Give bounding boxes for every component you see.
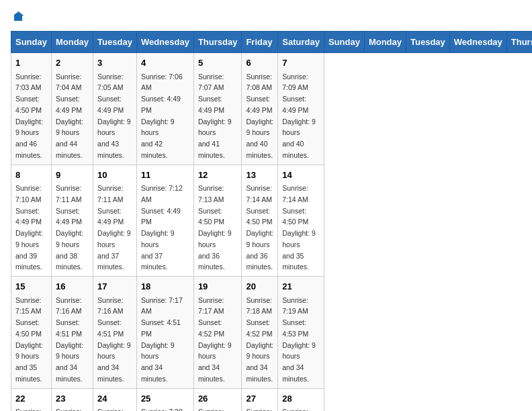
day-info: Sunrise: 7:11 AMSunset: 4:49 PMDaylight:… — [97, 184, 131, 271]
day-cell: 18Sunrise: 7:17 AMSunset: 4:51 PMDayligh… — [136, 277, 193, 389]
day-number: 25 — [141, 392, 189, 406]
day-info: Sunrise: 7:20 AMSunset: 4:54 PMDaylight:… — [97, 408, 131, 411]
day-number: 1 — [15, 56, 47, 70]
day-cell: 20Sunrise: 7:18 AMSunset: 4:52 PMDayligh… — [242, 277, 278, 389]
header-friday: Friday — [242, 32, 278, 53]
day-number: 26 — [198, 392, 238, 406]
day-info: Sunrise: 7:10 AMSunset: 4:49 PMDaylight:… — [15, 184, 43, 271]
day-number: 2 — [56, 56, 89, 70]
header-tuesday: Tuesday — [93, 32, 137, 53]
day-number: 14 — [282, 169, 320, 182]
day-info: Sunrise: 7:17 AMSunset: 4:51 PMDaylight:… — [141, 296, 183, 383]
logo — [11, 11, 24, 23]
day-cell: 22Sunrise: 7:19 AMSunset: 4:53 PMDayligh… — [11, 388, 52, 411]
day-info: Sunrise: 7:11 AMSunset: 4:49 PMDaylight:… — [56, 184, 83, 271]
week-row-2: 8Sunrise: 7:10 AMSunset: 4:49 PMDaylight… — [11, 165, 533, 277]
day-cell: 3Sunrise: 7:05 AMSunset: 4:49 PMDaylight… — [93, 53, 137, 165]
day-cell: 12Sunrise: 7:13 AMSunset: 4:50 PMDayligh… — [193, 165, 242, 277]
day-number: 23 — [56, 392, 89, 406]
day-cell: 21Sunrise: 7:19 AMSunset: 4:53 PMDayligh… — [278, 277, 324, 389]
day-cell: 14Sunrise: 7:14 AMSunset: 4:50 PMDayligh… — [278, 165, 324, 277]
day-number: 8 — [15, 169, 47, 182]
day-number: 11 — [141, 169, 189, 182]
day-cell: 11Sunrise: 7:12 AMSunset: 4:49 PMDayligh… — [136, 165, 193, 277]
day-info: Sunrise: 7:21 AMSunset: 4:55 PMDaylight:… — [198, 408, 232, 411]
day-info: Sunrise: 7:07 AMSunset: 4:49 PMDaylight:… — [198, 73, 232, 159]
day-number: 19 — [198, 280, 238, 293]
day-info: Sunrise: 7:17 AMSunset: 4:52 PMDaylight:… — [198, 296, 232, 383]
calendar-header-row: SundayMondayTuesdayWednesdayThursdayFrid… — [11, 32, 533, 53]
day-number: 13 — [246, 169, 273, 182]
day-info: Sunrise: 7:05 AMSunset: 4:49 PMDaylight:… — [97, 73, 131, 159]
day-info: Sunrise: 7:21 AMSunset: 4:56 PMDaylight:… — [246, 408, 273, 411]
day-cell: 2Sunrise: 7:04 AMSunset: 4:49 PMDaylight… — [51, 53, 93, 165]
header-thursday: Thursday — [193, 32, 242, 53]
col-header-wednesday: Wednesday — [449, 32, 506, 53]
page-header — [11, 11, 521, 23]
day-info: Sunrise: 7:12 AMSunset: 4:49 PMDaylight:… — [141, 184, 183, 271]
day-cell: 9Sunrise: 7:11 AMSunset: 4:49 PMDaylight… — [51, 165, 93, 277]
day-cell: 23Sunrise: 7:19 AMSunset: 4:54 PMDayligh… — [51, 388, 93, 411]
day-cell: 10Sunrise: 7:11 AMSunset: 4:49 PMDayligh… — [93, 165, 137, 277]
day-number: 7 — [282, 56, 320, 70]
day-number: 21 — [282, 280, 320, 293]
day-info: Sunrise: 7:14 AMSunset: 4:50 PMDaylight:… — [282, 184, 316, 271]
header-monday: Monday — [51, 32, 93, 53]
day-info: Sunrise: 7:21 AMSunset: 4:57 PMDaylight:… — [282, 408, 316, 411]
day-cell: 27Sunrise: 7:21 AMSunset: 4:56 PMDayligh… — [242, 388, 278, 411]
day-number: 27 — [246, 392, 273, 406]
col-header-monday: Monday — [364, 32, 406, 53]
header-wednesday: Wednesday — [136, 32, 193, 53]
day-info: Sunrise: 7:19 AMSunset: 4:53 PMDaylight:… — [282, 296, 316, 383]
day-info: Sunrise: 7:09 AMSunset: 4:49 PMDaylight:… — [282, 73, 316, 159]
day-number: 4 — [141, 56, 189, 70]
day-info: Sunrise: 7:14 AMSunset: 4:50 PMDaylight:… — [246, 184, 273, 271]
day-cell: 13Sunrise: 7:14 AMSunset: 4:50 PMDayligh… — [242, 165, 278, 277]
day-info: Sunrise: 7:08 AMSunset: 4:49 PMDaylight:… — [246, 73, 273, 159]
day-number: 16 — [56, 280, 89, 293]
day-info: Sunrise: 7:16 AMSunset: 4:51 PMDaylight:… — [56, 296, 83, 383]
day-info: Sunrise: 7:18 AMSunset: 4:52 PMDaylight:… — [246, 296, 273, 383]
day-cell: 19Sunrise: 7:17 AMSunset: 4:52 PMDayligh… — [193, 277, 242, 389]
col-header-sunday: Sunday — [324, 32, 364, 53]
day-info: Sunrise: 7:19 AMSunset: 4:54 PMDaylight:… — [56, 408, 83, 411]
day-cell: 28Sunrise: 7:21 AMSunset: 4:57 PMDayligh… — [278, 388, 324, 411]
day-number: 17 — [97, 280, 132, 293]
day-number: 10 — [97, 169, 132, 182]
day-number: 28 — [282, 392, 320, 406]
header-saturday: Saturday — [278, 32, 324, 53]
day-cell: 8Sunrise: 7:10 AMSunset: 4:49 PMDaylight… — [11, 165, 52, 277]
day-number: 12 — [198, 169, 238, 182]
day-number: 9 — [56, 169, 89, 182]
col-header-tuesday: Tuesday — [406, 32, 450, 53]
day-info: Sunrise: 7:03 AMSunset: 4:50 PMDaylight:… — [15, 73, 43, 159]
day-info: Sunrise: 7:04 AMSunset: 4:49 PMDaylight:… — [56, 73, 83, 159]
day-number: 5 — [198, 56, 238, 70]
day-cell: 24Sunrise: 7:20 AMSunset: 4:54 PMDayligh… — [93, 388, 137, 411]
day-info: Sunrise: 7:16 AMSunset: 4:51 PMDaylight:… — [97, 296, 131, 383]
day-number: 6 — [246, 56, 273, 70]
col-header-thursday: Thursday — [506, 32, 532, 53]
day-cell: 7Sunrise: 7:09 AMSunset: 4:49 PMDaylight… — [278, 53, 324, 165]
day-cell: 5Sunrise: 7:07 AMSunset: 4:49 PMDaylight… — [193, 53, 242, 165]
logo-icon — [12, 11, 24, 23]
day-cell: 16Sunrise: 7:16 AMSunset: 4:51 PMDayligh… — [51, 277, 93, 389]
day-number: 22 — [15, 392, 47, 406]
week-row-4: 22Sunrise: 7:19 AMSunset: 4:53 PMDayligh… — [11, 388, 533, 411]
day-cell: 4Sunrise: 7:06 AMSunset: 4:49 PMDaylight… — [136, 53, 193, 165]
week-row-1: 1Sunrise: 7:03 AMSunset: 4:50 PMDaylight… — [11, 53, 533, 165]
day-info: Sunrise: 7:06 AMSunset: 4:49 PMDaylight:… — [141, 73, 183, 159]
day-info: Sunrise: 7:13 AMSunset: 4:50 PMDaylight:… — [198, 184, 232, 271]
day-cell: 26Sunrise: 7:21 AMSunset: 4:55 PMDayligh… — [193, 388, 242, 411]
day-info: Sunrise: 7:15 AMSunset: 4:50 PMDaylight:… — [15, 296, 43, 383]
header-sunday: Sunday — [11, 32, 52, 53]
day-number: 3 — [97, 56, 132, 70]
day-info: Sunrise: 7:19 AMSunset: 4:53 PMDaylight:… — [15, 408, 43, 411]
day-cell: 15Sunrise: 7:15 AMSunset: 4:50 PMDayligh… — [11, 277, 52, 389]
day-info: Sunrise: 7:20 AMSunset: 4:55 PMDaylight:… — [141, 408, 183, 411]
day-number: 15 — [15, 280, 47, 293]
day-cell: 6Sunrise: 7:08 AMSunset: 4:49 PMDaylight… — [242, 53, 278, 165]
calendar-table: SundayMondayTuesdayWednesdayThursdayFrid… — [11, 31, 532, 411]
day-cell: 1Sunrise: 7:03 AMSunset: 4:50 PMDaylight… — [11, 53, 52, 165]
day-number: 20 — [246, 280, 273, 293]
